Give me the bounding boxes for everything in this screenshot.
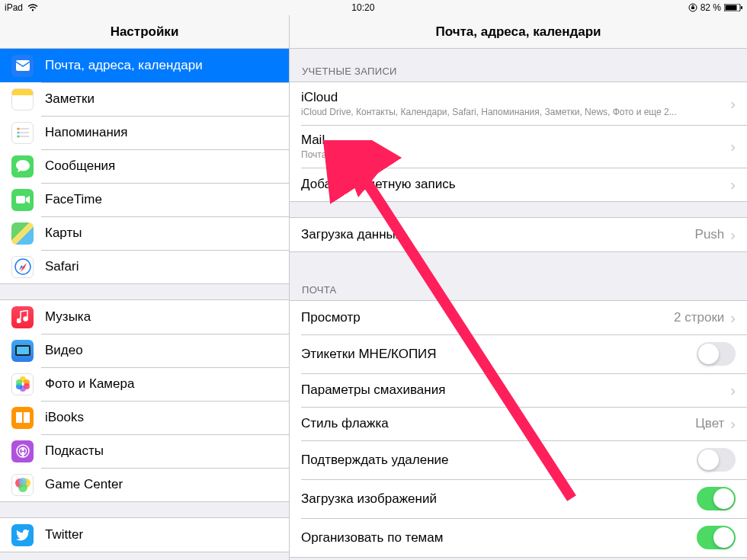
- sidebar-item-podcasts[interactable]: Подкасты: [0, 434, 289, 468]
- battery-icon: [724, 4, 742, 11]
- sidebar-item-safari[interactable]: Safari: [0, 250, 289, 283]
- sidebar-item-label: FaceTime: [45, 192, 102, 207]
- svg-point-10: [17, 136, 19, 138]
- fetch-data-row[interactable]: Загрузка данных Push ›: [290, 218, 747, 251]
- section-header-accounts: УЧЕТНЫЕ ЗАПИСИ: [290, 49, 747, 82]
- sidebar-item-label: Подкасты: [45, 443, 104, 459]
- maps-icon: [11, 222, 34, 245]
- sidebar-item-gamecenter[interactable]: Game Center: [0, 468, 289, 501]
- svg-rect-2: [725, 5, 736, 11]
- sidebar-item-maps[interactable]: Карты: [0, 216, 289, 250]
- notes-icon: [11, 88, 34, 110]
- battery-percent: 82 %: [701, 2, 721, 13]
- tome-toggle[interactable]: [697, 342, 736, 366]
- svg-rect-11: [16, 196, 25, 203]
- row-label: Стиль флажка: [301, 416, 695, 431]
- sidebar-item-label: Музыка: [45, 309, 91, 325]
- add-account-label: Добавить учетную запись: [301, 177, 730, 192]
- chevron-right-icon: ›: [730, 138, 736, 155]
- sidebar-item-facetime[interactable]: FaceTime: [0, 183, 289, 216]
- add-account-row[interactable]: Добавить учетную запись ›: [290, 168, 747, 201]
- row-label: Организовать по темам: [301, 530, 697, 546]
- sidebar-item-reminders[interactable]: Напоминания: [0, 116, 289, 149]
- sidebar-item-label: Twitter: [45, 527, 83, 542]
- sidebar-item-music[interactable]: Музыка: [0, 300, 289, 334]
- row-label: Параметры смахивания: [301, 382, 730, 398]
- chevron-right-icon: ›: [730, 226, 736, 244]
- sidebar-item-label: Фото и Камера: [45, 376, 134, 392]
- ibooks-icon: [11, 407, 34, 429]
- account-subtitle: Почта: [301, 149, 730, 160]
- sidebar-item-messages[interactable]: Сообщения: [0, 149, 289, 183]
- photos-icon: [11, 373, 34, 395]
- device-label: iPad: [5, 2, 23, 13]
- account-title: Mail: [301, 133, 730, 148]
- row-value: 2 строки: [674, 310, 724, 325]
- account-title: iCloud: [301, 90, 730, 105]
- tome-labels-row: Этикетки МНЕ/КОПИЯ: [290, 334, 747, 373]
- detail-pane: Почта, адреса, календари УЧЕТНЫЕ ЗАПИСИ …: [290, 15, 747, 560]
- account-row-icloud[interactable]: iCloud iCloud Drive, Контакты, Календари…: [290, 82, 747, 125]
- settings-sidebar: Настройки Почта, адреса, календари Замет…: [0, 15, 290, 560]
- preview-row[interactable]: Просмотр 2 строки ›: [290, 301, 747, 334]
- sidebar-item-label: iBooks: [45, 410, 84, 425]
- fetch-label: Загрузка данных: [301, 227, 695, 242]
- sidebar-item-label: Видео: [45, 343, 83, 358]
- fetch-value: Push: [695, 227, 725, 242]
- sidebar-scroll[interactable]: Почта, адреса, календари Заметки Напомин…: [0, 49, 289, 560]
- confirm-delete-toggle[interactable]: [697, 448, 736, 472]
- organize-threads-row: Организовать по темам: [290, 518, 747, 557]
- sidebar-item-label: Game Center: [45, 477, 123, 492]
- swipe-options-row[interactable]: Параметры смахивания ›: [290, 373, 747, 407]
- gamecenter-icon: [11, 474, 34, 496]
- status-bar: iPad 10:20 82 %: [0, 0, 747, 15]
- load-images-toggle[interactable]: [697, 487, 736, 510]
- svg-point-9: [17, 132, 19, 134]
- flag-style-row[interactable]: Стиль флажка Цвет ›: [290, 407, 747, 440]
- row-label: Подтверждать удаление: [301, 453, 697, 468]
- clock: 10:20: [351, 2, 374, 13]
- chevron-right-icon: ›: [730, 95, 736, 113]
- podcasts-icon: [11, 440, 34, 462]
- messages-icon: [11, 155, 34, 178]
- svg-point-25: [21, 448, 24, 451]
- account-row-mail[interactable]: Mail Почта ›: [290, 125, 747, 168]
- videos-icon: [11, 340, 34, 362]
- svg-rect-4: [16, 60, 30, 71]
- sidebar-item-ibooks[interactable]: iBooks: [0, 401, 289, 434]
- chevron-right-icon: ›: [730, 382, 736, 399]
- row-label: Просмотр: [301, 310, 674, 325]
- svg-point-8: [17, 128, 19, 130]
- sidebar-title: Настройки: [0, 15, 289, 49]
- row-label: Загрузка изображений: [301, 491, 697, 507]
- detail-scroll[interactable]: УЧЕТНЫЕ ЗАПИСИ iCloud iCloud Drive, Конт…: [290, 49, 747, 560]
- sidebar-item-label: Safari: [45, 259, 79, 274]
- safari-icon: [11, 256, 34, 278]
- sidebar-item-videos[interactable]: Видео: [0, 334, 289, 367]
- section-header-mail: ПОЧТА: [290, 267, 747, 300]
- music-icon: [11, 306, 34, 328]
- svg-point-14: [24, 318, 27, 322]
- sidebar-item-twitter[interactable]: Twitter: [0, 518, 289, 552]
- facetime-icon: [11, 189, 34, 211]
- sidebar-item-label: Карты: [45, 226, 82, 241]
- sidebar-item-mail[interactable]: Почта, адреса, календари: [0, 49, 289, 82]
- chevron-right-icon: ›: [730, 415, 736, 433]
- svg-rect-3: [741, 6, 742, 9]
- organize-threads-toggle[interactable]: [697, 526, 736, 549]
- twitter-icon: [11, 524, 34, 546]
- row-value: Цвет: [695, 416, 724, 431]
- sidebar-item-photos[interactable]: Фото и Камера: [0, 367, 289, 401]
- sidebar-item-label: Напоминания: [45, 125, 128, 140]
- chevron-right-icon: ›: [730, 176, 736, 194]
- load-images-row: Загрузка изображений: [290, 479, 747, 518]
- wifi-icon: [27, 4, 38, 11]
- detail-title: Почта, адреса, календари: [290, 15, 747, 49]
- orientation-lock-icon: [688, 3, 697, 12]
- svg-rect-16: [17, 347, 29, 354]
- svg-point-13: [17, 319, 21, 323]
- sidebar-item-label: Сообщения: [45, 158, 115, 174]
- sidebar-item-notes[interactable]: Заметки: [0, 82, 289, 116]
- sidebar-item-label: Заметки: [45, 91, 95, 107]
- reminders-icon: [11, 122, 34, 144]
